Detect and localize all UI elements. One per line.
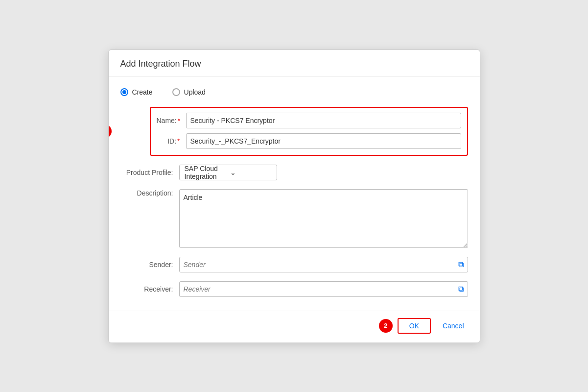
upload-radio-circle[interactable] (172, 88, 180, 96)
id-required-star: * (177, 137, 180, 145)
description-row: Description: Article (120, 189, 468, 248)
name-field-row: Name:* (157, 113, 461, 128)
name-label: Name:* (157, 117, 186, 124)
cancel-button[interactable]: Cancel (439, 319, 468, 333)
dialog-title: Add Integration Flow (120, 59, 468, 69)
upload-radio-option[interactable]: Upload (172, 88, 206, 96)
id-field-row: ID:* (157, 133, 461, 149)
annotation-badge-1: 1 (108, 124, 112, 138)
ok-button[interactable]: OK (398, 318, 431, 334)
annotation-badge-2: 2 (379, 319, 393, 333)
product-profile-value: SAP Cloud Integration (185, 165, 226, 180)
product-profile-dropdown[interactable]: SAP Cloud Integration ⌄ (179, 165, 277, 180)
create-radio-option[interactable]: Create (120, 88, 153, 96)
product-profile-row: Product Profile: SAP Cloud Integration ⌄ (120, 165, 468, 180)
id-input[interactable] (186, 133, 461, 149)
name-input[interactable] (186, 113, 461, 128)
name-id-section: Name:* ID:* (150, 107, 468, 156)
sender-input[interactable] (184, 261, 455, 269)
upload-radio-label: Upload (184, 88, 206, 96)
receiver-input[interactable] (184, 285, 455, 293)
id-label: ID:* (157, 137, 186, 145)
radio-row: Create Upload (120, 88, 468, 96)
name-required-star: * (178, 117, 180, 124)
ok-wrapper: 2 OK (398, 318, 431, 334)
sender-row: Sender: ⧉ (120, 257, 468, 272)
create-radio-label: Create (132, 88, 153, 96)
receiver-label: Receiver: (120, 285, 179, 293)
sender-label: Sender: (120, 261, 179, 269)
add-integration-flow-dialog: Add Integration Flow Create Upload 1 Nam… (108, 49, 480, 343)
receiver-row: Receiver: ⧉ (120, 281, 468, 297)
dialog-header: Add Integration Flow (109, 50, 480, 76)
chevron-down-icon: ⌄ (230, 169, 272, 176)
sender-field: ⧉ (179, 257, 468, 272)
product-profile-label: Product Profile: (120, 169, 179, 176)
dialog-body: Create Upload 1 Name:* (109, 76, 480, 307)
description-label: Description: (120, 189, 179, 197)
sender-copy-icon[interactable]: ⧉ (458, 260, 464, 269)
description-input[interactable]: Article (179, 189, 468, 248)
dialog-footer: 2 OK Cancel (109, 311, 480, 343)
create-radio-circle[interactable] (120, 88, 128, 96)
receiver-field: ⧉ (179, 281, 468, 297)
receiver-copy-icon[interactable]: ⧉ (458, 285, 464, 294)
